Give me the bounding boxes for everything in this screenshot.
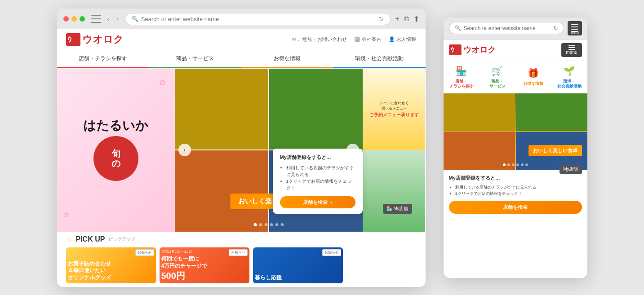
my-store-point-2: 1クリックでお店の情報をチェック！ [286,178,355,191]
mobile-nav-csr[interactable]: 🌱 環境・社会貢献活動 [551,61,587,93]
nav-item-csr[interactable]: 環境・社会貢献活動 [333,50,426,68]
new-tab-button[interactable]: + [395,15,399,23]
logo-icon: ｳ [66,33,80,46]
pickup-card-1[interactable]: お知らせ お菓子詰め合わせ＆毎日使いたいオリジナルグッズ [66,247,156,283]
mobile-logo[interactable]: ｳ ウオロク [449,44,496,55]
mobile-hero: おいしく楽しい食卓 [444,93,587,170]
pickup-card-2[interactable]: お知らせ 期間:3月1日～31日 何回でも一度に4万円のチャージで500円 [160,247,249,283]
website-content: ｳ ウオロク ✉ ご意見・お問い合わせ 🏢 会社案内 👤 求人情報 店舗・チラシ… [57,29,426,287]
logo[interactable]: ｳ ウオロク [66,33,124,46]
traffic-light-maximize[interactable] [80,16,85,22]
mobile-nav-products[interactable]: 🛒 商品・サービス [480,61,515,93]
svg-text:ｳ: ｳ [68,36,71,44]
mobile-my-store-badge: My店舗 [560,165,582,174]
mobile-dot-1[interactable] [503,163,506,166]
contact-link[interactable]: ✉ ご意見・お問い合わせ [292,36,347,43]
hero-dot-5[interactable] [275,223,278,226]
mobile-url-input[interactable] [464,25,551,31]
nav-arrows: ‹ › [106,14,120,23]
mobile-menu-btn2[interactable]: menu [561,43,582,57]
mobile-reload-icon[interactable]: ↻ [553,25,558,31]
food-cell-3 [175,150,268,232]
company-link[interactable]: 🏢 会社案内 [354,36,382,43]
food-cell-2 [269,69,363,150]
my-store-popup: My店舗登録をすると… 利用している店舗のチラシがすぐに見られる 1クリックでお… [273,149,363,214]
careers-link[interactable]: 👤 求人情報 [389,36,416,43]
mobile-menu-label: menu [571,31,578,32]
forward-button[interactable]: › [115,14,120,23]
pickup-card-3[interactable]: お知らせ 暮らし応援 [253,247,343,283]
mobile-nav-deals[interactable]: 🎁 お得な情報 [515,61,551,93]
nav-item-stores[interactable]: 店舗・チラシを探す [57,50,149,68]
mobile-search-icon: 🔍 [455,25,461,31]
copy-button[interactable]: ⧉ [404,15,409,23]
my-store-tag[interactable]: 🏪 My店舗 [383,204,412,214]
hero-circle: 旬の [93,136,138,181]
traffic-light-minimize[interactable] [71,16,77,22]
food-cell-1 [175,69,268,150]
my-store-points: 利用している店舗のチラシがすぐに見られる 1クリックでお店の情報をチェック！ [280,164,355,192]
hero-dot-1[interactable] [253,223,257,226]
mobile-menu-label2: menu [566,50,577,55]
mobile-my-store-points: 利用している店舗のチラシがすぐに見られる 1クリックでお店の情報をチェック！ [449,184,582,197]
browser-chrome: ‹ › 🔍 ↻ + ⧉ ⬆ [57,9,426,29]
traffic-light-close[interactable] [63,16,69,22]
hero-prev-button[interactable]: ‹ [178,144,191,156]
reload-icon[interactable]: ↻ [379,16,384,22]
mobile-browser: 🔍 ↻ menu ｳ ウオロク [444,18,587,278]
traffic-lights [63,16,85,22]
my-store-point-1: 利用している店舗のチラシがすぐに見られる [286,164,355,178]
search-icon: 🔍 [132,16,138,22]
header-top: ｳ ウオロク ✉ ご意見・お問い合わせ 🏢 会社案内 👤 求人情報 [57,29,426,50]
hero-dots [253,223,284,226]
hero-right-text: シーンに合わせて選べるメニュー ご予約メニュー承ります [369,101,419,118]
url-input[interactable] [141,16,376,22]
deals-nav-icon: 🎁 [526,67,541,79]
hero-jp-text: はたるいか [83,119,148,133]
mobile-dot-6[interactable] [525,163,528,166]
hero-dot-3[interactable] [264,223,267,226]
header-links: ✉ ご意見・お問い合わせ 🏢 会社案内 👤 求人情報 [292,36,416,43]
mobile-food-1 [444,93,515,131]
sidebar-toggle[interactable] [91,15,101,23]
mobile-nav-stores[interactable]: 🏪 店舗・チラシを探す [444,61,480,93]
products-nav-icon: 🛒 [490,65,505,77]
address-bar[interactable]: 🔍 ↻ [125,13,391,25]
mobile-dot-5[interactable] [521,163,524,166]
mobile-dot-4[interactable] [516,163,519,166]
pickup-title: PICK UP [76,235,105,243]
pickup-card-text-3: 暮らし応援 [255,274,282,282]
hero-dot-4[interactable] [270,223,273,226]
mobile-hero-dots [503,163,528,166]
store-nav-label: 店舗・チラシを探す [449,79,474,89]
hero-dot-2[interactable] [259,223,262,226]
logo-text: ウオロク [82,33,124,46]
store-nav-icon: 🏪 [454,65,469,77]
mobile-my-store-title: My店舗登録をすると… [449,175,582,181]
nav-item-products[interactable]: 商品・サービス [149,50,241,68]
hero-circle-text: 旬の [111,149,120,168]
pickup-badge-1: お知らせ [135,249,154,256]
nav-item-deals[interactable]: お得な情報 [241,50,333,68]
mobile-dot-2[interactable] [507,163,510,166]
back-button[interactable]: ‹ [106,14,111,23]
my-store-popup-title: My店舗登録をすると… [280,154,355,161]
mobile-store-search-button[interactable]: 店舗を検索 [449,201,582,214]
mobile-chrome: 🔍 ↻ menu [444,18,587,40]
share-button[interactable]: ⬆ [413,15,419,23]
csr-nav-icon: 🌱 [562,65,577,77]
pickup-card-text-2: 何回でも一度に4万円のチャージで500円 [161,255,208,281]
hero-left-panel: はたるいか 旬の ✿ ✿ [57,69,175,232]
mobile-address-bar[interactable]: 🔍 ↻ [449,22,564,34]
deco-flower: ✿ [159,78,166,88]
mobile-menu-button[interactable]: menu [568,21,582,35]
pickup-title-area: ☆ PICK UP ピックアップ [66,235,417,244]
mobile-content: ｳ ウオロク menu 🏪 店舗・チラシを探す 🛒 商品・サービ [444,40,587,278]
pickup-card-text-1: お菓子詰め合わせ＆毎日使いたいオリジナルグッズ [68,260,111,282]
mobile-food-grid [444,93,587,170]
hero-dot-6[interactable] [280,223,284,226]
mobile-dot-3[interactable] [512,163,515,166]
nav-menu: 店舗・チラシを探す 商品・サービス お得な情報 環境・社会貢献活動 [57,50,426,68]
my-store-btn-label: 店舗を検索 [303,199,328,206]
my-store-search-button[interactable]: 店舗を検索 › [280,196,355,208]
